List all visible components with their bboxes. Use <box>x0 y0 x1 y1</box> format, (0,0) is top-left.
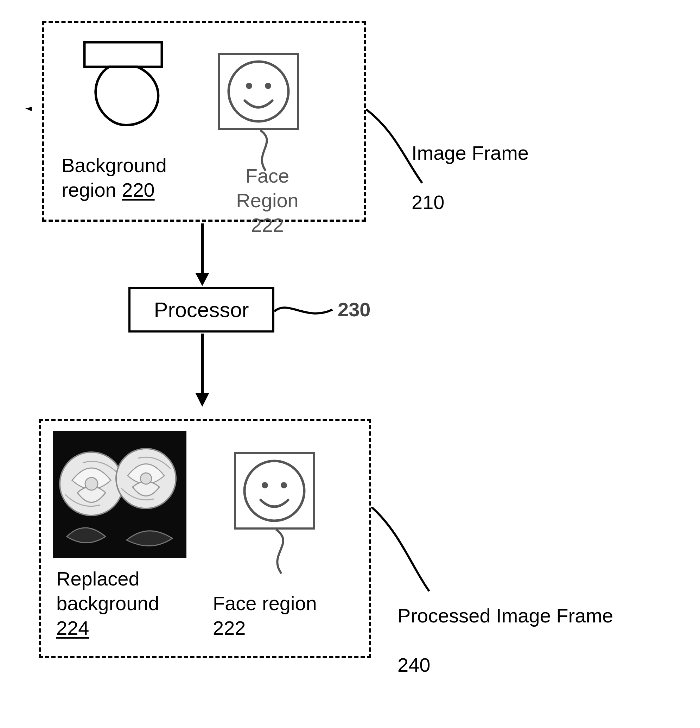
face-region-top-label: Face Region 222 <box>215 164 320 237</box>
processed-frame-label: Processed Image Frame 240 <box>397 604 613 677</box>
arrow-top-to-processor <box>192 224 213 287</box>
roses-image <box>53 431 186 558</box>
leader-face-bottom <box>262 530 304 575</box>
svg-marker-16 <box>25 107 32 111</box>
image-frame-label-line1: Image Frame <box>411 142 529 164</box>
svg-point-13 <box>244 461 304 521</box>
smiley-face-icon <box>236 454 313 527</box>
face-region-box-bottom <box>234 452 315 530</box>
processed-frame-label-line1: Processed Image Frame <box>397 604 613 627</box>
svg-marker-5 <box>195 273 209 286</box>
background-region-ref: 220 <box>122 179 154 201</box>
processed-frame-label-line2: 240 <box>397 654 430 676</box>
stray-mark <box>25 105 33 113</box>
background-region-label-line1: Background <box>62 154 167 176</box>
face-region-bottom-line2: 222 <box>213 617 245 639</box>
svg-point-10 <box>85 478 98 490</box>
image-frame-label: Image Frame 210 <box>411 141 529 215</box>
roses-icon <box>53 431 186 558</box>
image-frame-label-line2: 210 <box>411 191 444 213</box>
face-region-top-label-line1: Face Region <box>236 165 298 211</box>
processor-box: Processor <box>128 287 274 332</box>
diagram-stage: Background region 220 Face Region 222 Im… <box>0 0 700 728</box>
leader-processor <box>274 301 334 322</box>
replaced-bg-line2: background <box>56 592 159 614</box>
face-region-box-top <box>218 53 299 130</box>
svg-point-2 <box>246 83 252 89</box>
face-region-bottom-label: Face region 222 <box>213 591 317 640</box>
processor-ref: 230 <box>338 297 370 322</box>
face-region-bottom-line1: Face region <box>213 592 317 614</box>
svg-point-3 <box>265 83 271 89</box>
replaced-bg-line1: Replaced <box>56 568 140 590</box>
lamp-icon <box>70 39 176 130</box>
processor-ref-text: 230 <box>338 298 370 321</box>
replaced-bg-ref: 224 <box>56 617 89 639</box>
background-region-label-line2-prefix: region <box>62 179 122 201</box>
replaced-background-label: Replaced background 224 <box>56 566 159 640</box>
svg-point-12 <box>140 473 152 484</box>
processor-label: Processor <box>154 298 249 322</box>
svg-point-1 <box>229 62 289 121</box>
arrow-processor-to-bottom <box>192 334 213 407</box>
svg-point-14 <box>262 482 268 488</box>
smiley-face-icon <box>220 55 297 128</box>
leader-processed-frame <box>371 507 442 595</box>
svg-rect-0 <box>84 42 162 67</box>
svg-marker-7 <box>195 393 209 407</box>
svg-point-15 <box>281 482 287 488</box>
face-region-top-label-line2: 222 <box>251 214 283 236</box>
background-region-label: Background region 220 <box>62 153 167 202</box>
